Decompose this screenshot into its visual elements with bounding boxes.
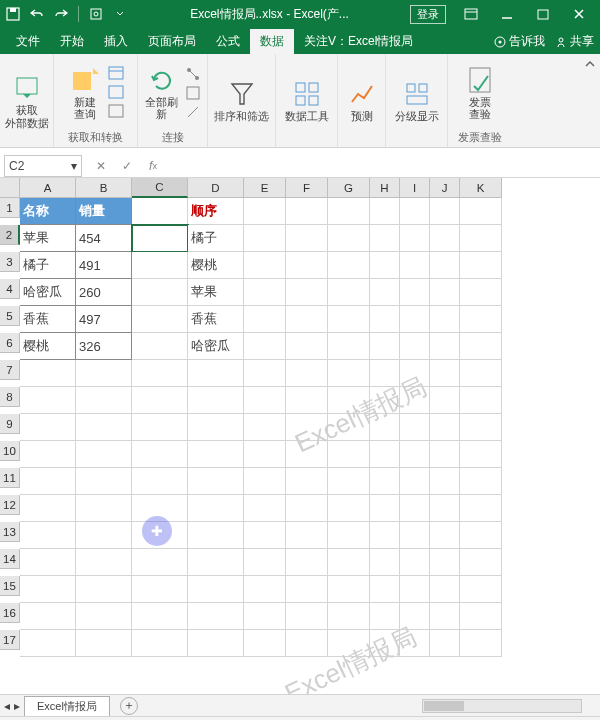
cell-G2[interactable] [328, 225, 370, 252]
cell-J5[interactable] [430, 306, 460, 333]
cell-F1[interactable] [286, 198, 328, 225]
col-header[interactable]: H [370, 178, 400, 198]
cell-E9[interactable] [244, 414, 286, 441]
share-button[interactable]: 共享 [555, 33, 594, 50]
cell-F8[interactable] [286, 387, 328, 414]
cell-K8[interactable] [460, 387, 502, 414]
cell-A1[interactable]: 名称 [20, 198, 76, 225]
cell-A13[interactable] [20, 522, 76, 549]
cell-F12[interactable] [286, 495, 328, 522]
sheet-nav-prev-icon[interactable]: ◂ [4, 699, 10, 713]
cell-C7[interactable] [132, 360, 188, 387]
cell-K5[interactable] [460, 306, 502, 333]
cell-C3[interactable] [132, 252, 188, 279]
row-header[interactable]: 2 [0, 225, 20, 245]
cell-G15[interactable] [328, 576, 370, 603]
cell-F6[interactable] [286, 333, 328, 360]
cell-J14[interactable] [430, 549, 460, 576]
cell-A14[interactable] [20, 549, 76, 576]
cell-K9[interactable] [460, 414, 502, 441]
row-header[interactable]: 14 [0, 549, 20, 569]
cell-C8[interactable] [132, 387, 188, 414]
cell-A12[interactable] [20, 495, 76, 522]
ribbon-display-icon[interactable] [454, 2, 488, 26]
cell-B14[interactable] [76, 549, 132, 576]
cell-F11[interactable] [286, 468, 328, 495]
tab-custom[interactable]: 关注V：Excel情报局 [294, 29, 423, 54]
cell-I3[interactable] [400, 252, 430, 279]
cell-H6[interactable] [370, 333, 400, 360]
cell-C9[interactable] [132, 414, 188, 441]
cell-H12[interactable] [370, 495, 400, 522]
qat-print-preview-icon[interactable] [87, 5, 105, 23]
cell-E13[interactable] [244, 522, 286, 549]
cell-G3[interactable] [328, 252, 370, 279]
cell-H1[interactable] [370, 198, 400, 225]
cell-E15[interactable] [244, 576, 286, 603]
cell-H15[interactable] [370, 576, 400, 603]
col-header[interactable]: K [460, 178, 502, 198]
cell-H3[interactable] [370, 252, 400, 279]
tab-home[interactable]: 开始 [50, 29, 94, 54]
cell-D9[interactable] [188, 414, 244, 441]
cell-H5[interactable] [370, 306, 400, 333]
cell-G16[interactable] [328, 603, 370, 630]
cell-G10[interactable] [328, 441, 370, 468]
cell-C1[interactable] [132, 198, 188, 225]
col-header[interactable]: A [20, 178, 76, 198]
cell-C2[interactable] [132, 225, 188, 252]
cell-J7[interactable] [430, 360, 460, 387]
cell-D14[interactable] [188, 549, 244, 576]
cell-J6[interactable] [430, 333, 460, 360]
cell-J8[interactable] [430, 387, 460, 414]
cell-D2[interactable]: 橘子 [188, 225, 244, 252]
cell-J10[interactable] [430, 441, 460, 468]
cell-B6[interactable]: 326 [76, 333, 132, 360]
cell-K7[interactable] [460, 360, 502, 387]
row-header[interactable]: 6 [0, 333, 20, 353]
cell-F14[interactable] [286, 549, 328, 576]
cell-D6[interactable]: 哈密瓜 [188, 333, 244, 360]
row-header[interactable]: 17 [0, 630, 20, 650]
horizontal-scrollbar[interactable] [422, 699, 582, 713]
cell-C10[interactable] [132, 441, 188, 468]
col-header[interactable]: I [400, 178, 430, 198]
cell-B12[interactable] [76, 495, 132, 522]
cell-E1[interactable] [244, 198, 286, 225]
cell-I7[interactable] [400, 360, 430, 387]
cell-F3[interactable] [286, 252, 328, 279]
cell-F5[interactable] [286, 306, 328, 333]
cell-J2[interactable] [430, 225, 460, 252]
cell-I10[interactable] [400, 441, 430, 468]
tab-layout[interactable]: 页面布局 [138, 29, 206, 54]
save-icon[interactable] [4, 5, 22, 23]
cell-B1[interactable]: 销量 [76, 198, 132, 225]
tab-file[interactable]: 文件 [6, 29, 50, 54]
cell-D11[interactable] [188, 468, 244, 495]
undo-icon[interactable] [28, 5, 46, 23]
cell-B13[interactable] [76, 522, 132, 549]
from-table-icon[interactable] [108, 85, 126, 101]
show-queries-icon[interactable] [108, 66, 126, 82]
add-sheet-button[interactable]: ＋ [120, 697, 138, 715]
col-header[interactable]: B [76, 178, 132, 198]
cell-B10[interactable] [76, 441, 132, 468]
cell-C15[interactable] [132, 576, 188, 603]
cell-F15[interactable] [286, 576, 328, 603]
recent-sources-icon[interactable] [108, 104, 126, 120]
cell-B4[interactable]: 260 [76, 279, 132, 306]
cell-D10[interactable] [188, 441, 244, 468]
cell-I16[interactable] [400, 603, 430, 630]
cell-K11[interactable] [460, 468, 502, 495]
maximize-icon[interactable] [526, 2, 560, 26]
cell-H4[interactable] [370, 279, 400, 306]
cell-J12[interactable] [430, 495, 460, 522]
cell-C17[interactable] [132, 630, 188, 657]
cell-E7[interactable] [244, 360, 286, 387]
cell-A3[interactable]: 橘子 [20, 252, 76, 279]
cell-I4[interactable] [400, 279, 430, 306]
edit-links-icon[interactable] [185, 104, 203, 120]
forecast-button[interactable]: 预测 [343, 80, 381, 122]
tellme-button[interactable]: 告诉我 [494, 33, 545, 50]
cell-K13[interactable] [460, 522, 502, 549]
